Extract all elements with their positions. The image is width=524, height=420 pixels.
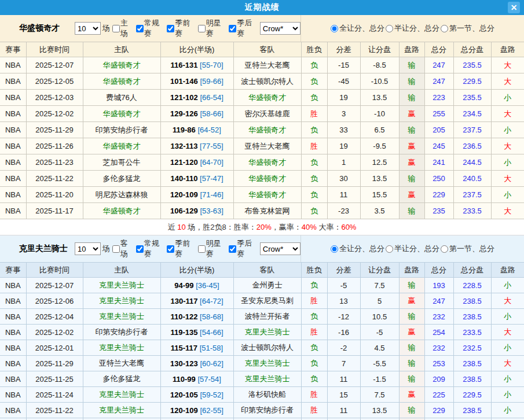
cell-league: NBA	[0, 418, 26, 420]
column-header: 胜负	[301, 263, 327, 278]
games-count-select[interactable]: 10	[75, 22, 101, 35]
cell-date: 2025-12-04	[26, 309, 83, 325]
cell-over-under-result: 小	[491, 387, 524, 403]
filter-checkbox[interactable]: 客场	[111, 238, 135, 259]
filter-controls: 华盛顿奇才 10 场 主场 常规赛 季前赛 明星赛 季后赛 Crow*	[0, 15, 301, 42]
cell-over-under-result: 大	[491, 138, 524, 154]
score-halftime: [57-54]	[197, 375, 221, 384]
bet-type-radio-input[interactable]	[386, 25, 393, 32]
bet-type-radio-input[interactable]	[441, 25, 448, 32]
cell-handicap-line: -8.5	[360, 57, 399, 73]
column-header: 总分盘	[453, 42, 491, 57]
score-fulltime: 110-122	[170, 312, 197, 321]
filter-checkbox[interactable]: 季后赛	[228, 18, 259, 39]
cell-point-diff: 11	[327, 187, 360, 203]
cell-handicap-result: 输	[399, 403, 424, 418]
score-halftime: [77-55]	[200, 142, 223, 150]
filter-checkbox-input[interactable]	[229, 245, 236, 253]
filter-checkbox[interactable]: 季前赛	[166, 238, 197, 259]
cell-date: 2025-11-17	[26, 203, 83, 219]
filter-checkbox[interactable]: 季前赛	[166, 18, 197, 39]
filter-checkbox-input[interactable]	[112, 245, 120, 253]
bet-type-radio[interactable]: 半让分、总分	[386, 244, 439, 254]
filter-checkbox[interactable]: 季后赛	[228, 238, 259, 259]
filter-checkbox[interactable]: 常规赛	[135, 238, 166, 259]
filter-checkbox-input[interactable]	[136, 245, 144, 253]
cell-handicap-line: -5.5	[360, 356, 399, 371]
bet-type-radio[interactable]: 全让分、总分	[331, 23, 384, 34]
table-row: NBA 2025-11-22 克里夫兰骑士 120-109 [62-55] 印第…	[0, 403, 524, 418]
bet-type-radio-input[interactable]	[331, 25, 338, 32]
score-fulltime: 120-109	[170, 406, 198, 415]
team-name: 华盛顿奇才	[19, 23, 75, 34]
column-header: 比分(半场)	[160, 42, 233, 57]
filter-checkbox-input[interactable]	[167, 25, 174, 32]
cell-total-line: 228.5	[453, 278, 491, 293]
cell-total-points: 254	[424, 325, 453, 340]
table-row: NBA 2025-12-05 华盛顿奇才 101-146 [59-66] 波士顿…	[0, 73, 524, 90]
filter-checkbox-input[interactable]	[167, 245, 174, 253]
cell-score: 121-102 [66-54]	[160, 90, 233, 106]
cell-score: 120-105 [59-52]	[160, 387, 233, 403]
cell-away-team: 克里夫兰骑士	[233, 371, 301, 387]
table-row: NBA 2025-11-25 多伦多猛龙 110-99 [57-54] 克里夫兰…	[0, 371, 524, 387]
filter-checkbox[interactable]: 明星赛	[197, 18, 228, 39]
cell-away-team: 华盛顿奇才	[233, 187, 301, 203]
bet-type-radio-input[interactable]	[441, 245, 448, 253]
cell-win-loss: 负	[301, 203, 327, 219]
table-row: NBA 2025-11-20 克里夫兰骑士 104-114 [40-57] 休斯…	[0, 418, 524, 420]
cell-handicap-result: 输	[399, 73, 424, 90]
cell-point-diff: 19	[327, 90, 360, 106]
cell-total-line: 234.5	[453, 106, 491, 122]
cell-over-under-result: 大	[491, 325, 524, 340]
cell-handicap-result: 赢	[399, 138, 424, 154]
source-select[interactable]: Crow*	[260, 22, 301, 35]
bet-type-radio[interactable]: 第一节、总分	[441, 23, 494, 34]
cell-handicap-line: 4.5	[360, 340, 399, 356]
cell-point-diff: -5	[327, 278, 360, 293]
filter-checkbox-input[interactable]	[136, 25, 144, 32]
bet-type-radio[interactable]: 半让分、总分	[386, 23, 439, 34]
score-fulltime: 110-99	[173, 375, 196, 384]
bet-type-radio[interactable]: 第一节、总分	[441, 244, 494, 254]
games-count-select[interactable]: 10	[75, 242, 101, 255]
cell-date: 2025-12-07	[26, 57, 83, 73]
cell-date: 2025-11-23	[26, 154, 83, 171]
cell-handicap-line: -9.5	[360, 138, 399, 154]
cell-total-points: 250	[424, 171, 453, 187]
filter-checkbox-input[interactable]	[112, 25, 120, 32]
source-select[interactable]: Crow*	[260, 242, 301, 255]
close-button[interactable]: ✕	[508, 2, 520, 13]
score-fulltime: 94-99	[174, 281, 193, 290]
cell-total-points: 247	[424, 73, 453, 90]
cell-win-loss: 负	[301, 278, 327, 293]
column-header: 客队	[233, 263, 301, 278]
cell-win-loss: 负	[301, 371, 327, 387]
bet-type-radio[interactable]: 全让分、总分	[331, 244, 384, 254]
summary-text: 近	[168, 223, 178, 231]
filter-label: 明星赛	[206, 238, 228, 259]
column-header: 分差	[327, 42, 360, 57]
filter-checkbox[interactable]: 主场	[111, 18, 135, 39]
cell-total-line: 237.5	[453, 187, 491, 203]
filter-checkbox[interactable]: 明星赛	[197, 238, 228, 259]
bet-type-radio-input[interactable]	[331, 245, 338, 253]
score-halftime: [51-58]	[200, 344, 223, 352]
cell-total-points: 225	[424, 387, 453, 403]
cell-date: 2025-12-02	[26, 325, 83, 340]
filter-checkbox-input[interactable]	[229, 25, 236, 32]
cell-over-under-result: 大	[491, 106, 524, 122]
filter-checkbox[interactable]: 常规赛	[135, 18, 166, 39]
cell-point-diff: -10	[327, 418, 360, 420]
bet-type-radio-input[interactable]	[386, 245, 393, 253]
filter-label: 常规赛	[144, 238, 166, 259]
table-row: NBA 2025-11-29 亚特兰大老鹰 130-123 [60-62] 克里…	[0, 356, 524, 371]
table-header-row: 赛事比赛时间主队比分(半场)客队胜负分差让分盘盘路总分总分盘盘路	[0, 263, 524, 278]
cell-over-under-result: 小	[491, 309, 524, 325]
filter-checkbox-input[interactable]	[198, 245, 206, 253]
cell-home-team: 芝加哥公牛	[83, 154, 160, 171]
filter-checkbox-input[interactable]	[198, 25, 206, 32]
cell-win-loss: 胜	[301, 325, 327, 340]
cell-handicap-line: 7.5	[360, 278, 399, 293]
dialog-titlebar: 近期战绩 ✕	[0, 0, 524, 15]
